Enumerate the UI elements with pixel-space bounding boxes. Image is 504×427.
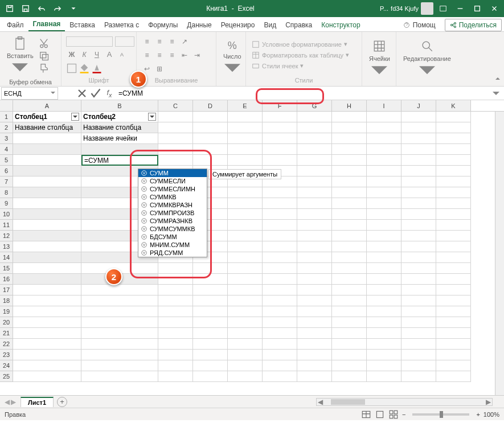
cell[interactable] — [263, 144, 297, 155]
cell[interactable] — [367, 360, 401, 371]
cell[interactable] — [436, 144, 471, 155]
cell[interactable] — [158, 328, 193, 339]
sheet-grid[interactable]: A B C D E F G H I J K 1Столбец1Столбец22… — [0, 100, 504, 395]
cell[interactable] — [297, 350, 332, 360]
cell[interactable] — [401, 252, 436, 263]
tab-review[interactable]: Рецензиро — [216, 19, 260, 31]
cell[interactable] — [436, 371, 471, 382]
cell[interactable] — [436, 306, 471, 317]
autocomplete-item[interactable]: СУММПРОИЗВ — [138, 209, 207, 217]
cell[interactable] — [228, 350, 263, 360]
cell[interactable]: Название ячейки — [81, 133, 158, 144]
cell[interactable] — [193, 112, 228, 122]
cell[interactable] — [367, 122, 401, 133]
cell[interactable] — [13, 339, 81, 350]
cell[interactable] — [367, 231, 401, 241]
col-header-j[interactable]: J — [401, 100, 436, 111]
cell[interactable] — [228, 285, 263, 295]
cell[interactable] — [401, 133, 436, 144]
avatar[interactable] — [421, 2, 433, 15]
col-header-k[interactable]: K — [436, 100, 471, 111]
cell[interactable] — [332, 317, 367, 328]
cell[interactable] — [13, 209, 81, 220]
cell[interactable] — [228, 328, 263, 339]
cell[interactable] — [297, 360, 332, 371]
cell[interactable] — [13, 350, 81, 360]
cell[interactable] — [193, 144, 228, 155]
autocomplete-item[interactable]: СУММРАЗНКВ — [138, 217, 207, 225]
cell[interactable] — [263, 295, 297, 306]
cell[interactable] — [401, 231, 436, 241]
cell[interactable] — [436, 295, 471, 306]
cell[interactable] — [401, 317, 436, 328]
cell[interactable] — [401, 328, 436, 339]
minimize-icon[interactable] — [453, 1, 468, 16]
col-header-f[interactable]: F — [263, 100, 297, 111]
cell[interactable] — [193, 295, 228, 306]
cell[interactable] — [367, 144, 401, 155]
cell[interactable] — [158, 285, 193, 295]
cell[interactable] — [332, 133, 367, 144]
cell[interactable] — [81, 306, 158, 317]
cell[interactable] — [401, 166, 436, 176]
row-header[interactable]: 1 — [0, 112, 13, 122]
cancel-formula-icon[interactable] — [75, 87, 89, 100]
copy-icon[interactable] — [38, 50, 50, 61]
autocomplete-item[interactable]: СУММСУММКВ — [138, 225, 207, 233]
cell[interactable] — [228, 122, 263, 133]
cell[interactable] — [332, 295, 367, 306]
cell[interactable] — [13, 263, 81, 274]
cell[interactable] — [81, 295, 158, 306]
cell[interactable] — [332, 187, 367, 198]
cell[interactable] — [228, 187, 263, 198]
row-header[interactable]: 23 — [0, 350, 13, 360]
cell[interactable] — [228, 220, 263, 231]
cell[interactable] — [158, 339, 193, 350]
cell[interactable] — [332, 252, 367, 263]
cell[interactable] — [297, 144, 332, 155]
zoom-slider[interactable] — [412, 413, 469, 416]
autocomplete-item[interactable]: СУММЕСЛИМН — [138, 185, 207, 193]
cell[interactable] — [13, 133, 81, 144]
cell[interactable] — [193, 317, 228, 328]
cell[interactable] — [436, 198, 471, 209]
cell[interactable] — [228, 198, 263, 209]
cell[interactable] — [263, 339, 297, 350]
cell[interactable] — [367, 328, 401, 339]
cell[interactable] — [263, 317, 297, 328]
cell[interactable] — [263, 285, 297, 295]
cell[interactable] — [436, 339, 471, 350]
cell[interactable] — [401, 339, 436, 350]
cell[interactable] — [158, 122, 193, 133]
format-table-button[interactable]: Форматировать как таблицу▾ — [251, 51, 350, 60]
cell[interactable] — [332, 166, 367, 176]
row-header[interactable]: 20 — [0, 317, 13, 328]
row-header[interactable]: 10 — [0, 209, 13, 220]
cell[interactable] — [332, 220, 367, 231]
row-header[interactable]: 4 — [0, 144, 13, 155]
tab-constructor[interactable]: Конструктор — [317, 19, 364, 31]
cell[interactable] — [263, 155, 297, 166]
cell[interactable] — [158, 350, 193, 360]
cell[interactable] — [193, 274, 228, 285]
cut-icon[interactable] — [38, 38, 50, 49]
cell[interactable] — [193, 360, 228, 371]
border-icon[interactable] — [66, 63, 77, 74]
cell[interactable] — [228, 274, 263, 285]
cell[interactable] — [13, 317, 81, 328]
cell[interactable] — [401, 360, 436, 371]
view-layout-icon[interactable] — [375, 409, 385, 420]
cell[interactable] — [367, 252, 401, 263]
cell[interactable] — [401, 112, 436, 122]
cell[interactable] — [436, 328, 471, 339]
col-header-c[interactable]: C — [158, 100, 193, 111]
cell[interactable] — [13, 371, 81, 382]
tab-insert[interactable]: Вставка — [65, 19, 100, 31]
cell[interactable] — [158, 263, 193, 274]
cell[interactable] — [436, 166, 471, 176]
cell[interactable] — [193, 285, 228, 295]
row-header[interactable]: 25 — [0, 371, 13, 382]
cell[interactable] — [401, 144, 436, 155]
formula-bar-expand-icon[interactable] — [489, 87, 503, 100]
cell[interactable] — [401, 220, 436, 231]
